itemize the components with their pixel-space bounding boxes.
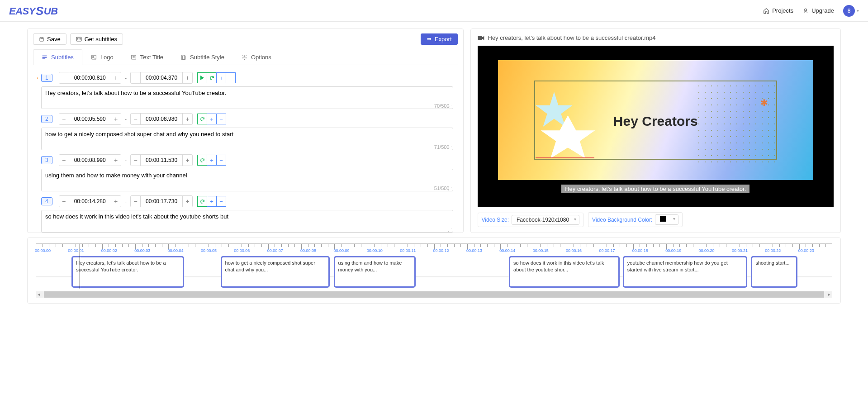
repeat-button[interactable] [207,72,217,83]
user-menu[interactable]: 8 ▾ [843,5,859,17]
gear-icon [242,54,247,60]
main: Save Get subtitles Export Subtitles Logo [0,22,868,238]
scroll-right-arrow[interactable]: ► [826,291,832,298]
time-increase-button[interactable]: + [111,196,121,207]
end-time-input[interactable] [141,156,182,165]
tick-label: 00:00:23 [798,248,814,253]
timeline-clip[interactable]: so how does it work in this video let's … [509,256,620,288]
playhead[interactable] [80,244,80,289]
add-row-button[interactable]: + [207,155,217,166]
time-increase-button[interactable]: + [182,114,192,124]
end-time-input[interactable] [141,197,182,206]
row-actions: +− [197,72,236,83]
tick-label: 00:00:13 [466,248,482,253]
clip-text: using them and how to make money with yo… [338,260,411,273]
time-increase-button[interactable]: + [182,72,192,83]
play-button[interactable] [197,72,207,83]
timeline-ruler[interactable]: 00:00:0000:00:0100:00:0200:00:0300:00:04… [36,243,832,255]
subtitle-list[interactable]: →1−+-−++−Hey creators, let's talk about … [28,65,463,233]
time-decrease-button[interactable]: − [59,72,69,83]
timeline-clip[interactable]: how to get a nicely composed shot super … [221,256,330,288]
remove-row-button[interactable]: − [216,196,226,207]
tick-label: 00:00:15 [533,248,549,253]
add-row-button[interactable]: + [207,196,217,207]
tab-subtitles[interactable]: Subtitles [33,49,82,65]
timeline-clip[interactable]: youtube channel membership how do you ge… [623,256,747,288]
repeat-button[interactable] [197,114,207,124]
tab-options[interactable]: Options [233,49,280,65]
video-size-select[interactable]: Facebook-1920x1080 [512,215,579,225]
time-decrease-button[interactable]: − [131,196,141,207]
tick-label: 00:00:18 [632,248,648,253]
clip-text: shooting start... [755,260,792,266]
row-actions: +− [197,114,226,124]
text-icon [131,54,137,60]
end-time-input[interactable] [141,73,182,82]
scrollbar-thumb[interactable] [44,291,824,298]
logo[interactable]: EASYSUB [9,4,58,18]
subtitle-number[interactable]: 2 [41,115,52,123]
repeat-button[interactable] [197,155,207,166]
nav-upgrade[interactable]: Upgrade [802,7,834,14]
tick-label: 00:00:19 [665,248,681,253]
tab-text-title[interactable]: Text Title [122,49,172,65]
time-decrease-button[interactable]: − [131,72,141,83]
image-icon [91,54,97,60]
timeline-track[interactable]: Hey creators, let's talk about how to be… [36,256,832,289]
subtitle-number[interactable]: 1 [41,74,52,82]
time-increase-button[interactable]: + [182,155,192,166]
add-row-button[interactable]: + [216,72,226,83]
time-decrease-button[interactable]: − [131,155,141,166]
tick-label: 00:00:05 [201,248,217,253]
repeat-button[interactable] [197,196,207,207]
video-bgcolor-group: Video Background Color: [588,212,683,227]
time-decrease-button[interactable]: − [59,114,69,124]
end-time-stepper: −+ [130,113,193,125]
start-time-input[interactable] [69,73,111,82]
video-bgcolor-select[interactable] [655,214,678,225]
subtitle-text-input[interactable]: using them and how to make money with yo… [41,169,453,191]
subtitle-text-input[interactable]: how to get a nicely composed shot super … [41,128,453,150]
subtitle-number[interactable]: 4 [41,197,52,205]
start-time-input[interactable] [69,197,111,206]
timeline-clip[interactable]: using them and how to make money with yo… [334,256,416,288]
scroll-left-arrow[interactable]: ◄ [36,291,42,298]
clip-text: Hey creators, let's talk about how to be… [76,260,179,273]
get-subtitles-button[interactable]: Get subtitles [70,33,123,45]
export-button[interactable]: Export [421,33,458,45]
video-icon [478,35,484,41]
tick-label: 00:00:17 [599,248,615,253]
save-button[interactable]: Save [33,33,66,45]
start-time-input[interactable] [69,156,111,165]
tab-subtitle-style[interactable]: Subtitle Style [172,49,233,65]
video-player[interactable]: ✱ Hey Creators Hey creators, let's talk … [478,46,834,207]
add-row-button[interactable]: + [207,114,217,124]
time-increase-button[interactable]: + [111,155,121,166]
remove-row-button[interactable]: − [216,114,226,124]
end-time-input[interactable] [141,114,182,124]
resize-handle-icon[interactable]: ⋰ [448,187,452,191]
preview-panel: Hey creators, let's talk about how to be… [470,28,841,233]
time-decrease-button[interactable]: − [59,196,69,207]
resize-handle-icon[interactable]: ⋰ [448,104,452,109]
remove-row-button[interactable]: − [216,155,226,166]
resize-handle-icon[interactable]: ⋰ [448,146,452,150]
timeline-clip[interactable]: shooting start... [751,256,797,288]
time-decrease-button[interactable]: − [131,114,141,124]
nav-projects[interactable]: Projects [763,7,793,14]
timeline-clip[interactable]: Hey creators, let's talk about how to be… [71,256,184,288]
video-title-text: Hey Creators [498,114,814,129]
editor-panel: Save Get subtitles Export Subtitles Logo [27,28,464,233]
subtitle-number[interactable]: 3 [41,156,52,164]
time-increase-button[interactable]: + [111,114,121,124]
start-time-input[interactable] [69,114,111,124]
time-decrease-button[interactable]: − [59,155,69,166]
timeline-scrollbar[interactable]: ◄ ► [36,291,832,298]
resize-handle-icon[interactable]: ⋰ [448,228,452,233]
remove-row-button[interactable]: − [226,72,236,83]
time-increase-button[interactable]: + [182,196,192,207]
subtitle-text-input[interactable]: so how does it work in this video let's … [41,210,453,233]
tab-logo[interactable]: Logo [82,49,122,65]
subtitle-text-input[interactable]: Hey creators, let's talk about how to be… [41,86,453,109]
time-increase-button[interactable]: + [111,72,121,83]
